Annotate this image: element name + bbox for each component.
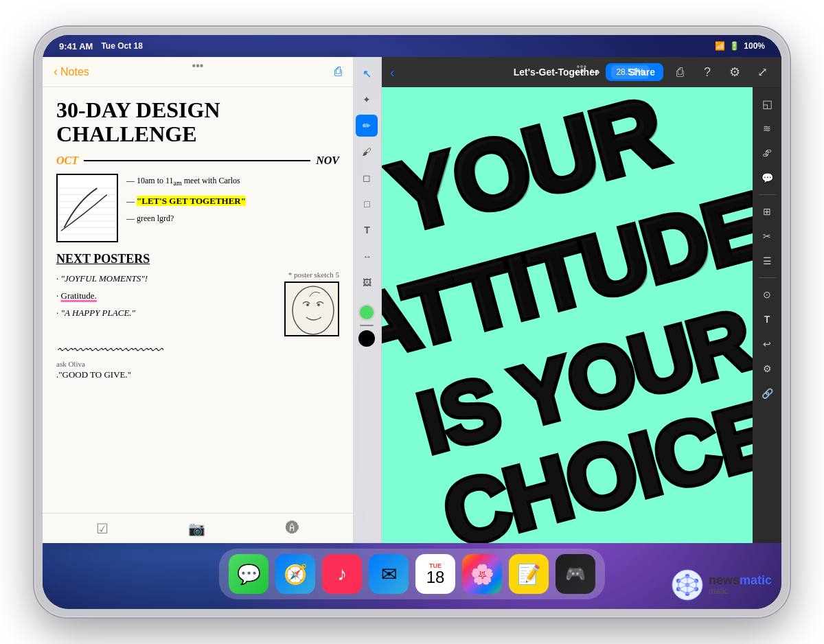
notes-back-button[interactable]: ‹ Notes [54, 65, 89, 79]
status-bar: 9:41 AM Tue Oct 18 📶 🔋 100% [43, 35, 781, 57]
highlighted-text: "LET'S GET TOGETHER" [137, 196, 246, 206]
text-tool[interactable]: T [356, 219, 378, 241]
battery-percent: 100% [744, 41, 765, 51]
markup-icon[interactable]: 🅐 [286, 520, 299, 536]
note-nov-label: NOV [316, 154, 339, 167]
crop-tool[interactable]: ↔ [356, 245, 378, 267]
brush-tool[interactable]: 🖌 [356, 141, 378, 163]
help-button[interactable]: ? [696, 61, 718, 83]
split-view-container: ••• ‹ Notes ⎙ 30-DAY DESIGN CHALLENGE [43, 57, 781, 543]
note-item-1: — 10am to 11am meet with Carlos [126, 174, 339, 189]
type-tool[interactable]: T [756, 308, 778, 330]
wifi-icon: 📶 [715, 41, 725, 51]
note-title: 30-DAY DESIGN CHALLENGE [56, 98, 339, 146]
poster-item-3: · "A HAPPY PLACE." [56, 305, 277, 322]
cut-tool[interactable]: ✂ [756, 225, 778, 247]
artwork-svg: YOUR ATTITUDE IS YOUR CHOICE YOUR ATTITU… [382, 87, 753, 543]
drawing-tools-sidebar: ↖ ✦ ✏ 🖌 ◻ □ T ↔ 🖼 [353, 57, 382, 543]
procreate-header-left: ‹ [390, 65, 395, 80]
note-text-items: — 10am to 11am meet with Carlos — "LET'S… [126, 174, 339, 242]
tools-divider [759, 194, 775, 195]
note-sketch-box [56, 174, 118, 242]
poster-sketch-label: * poster sketch 5 [288, 271, 339, 279]
battery-icon: 🔋 [729, 41, 740, 51]
procreate-zoom[interactable]: 28.51% [610, 65, 650, 79]
notes-share-icon[interactable]: ⎙ [334, 65, 342, 79]
link-tool[interactable]: 🔗 [756, 382, 778, 404]
safari-icon: 🧭 [284, 563, 308, 586]
procreate-three-dots[interactable]: ••• [577, 61, 587, 72]
photos-icon: 🌸 [470, 563, 494, 586]
color-picker-black[interactable] [358, 330, 375, 347]
note-item-3: — green lgrd? [126, 211, 339, 227]
camera-icon[interactable]: 📷 [188, 520, 205, 537]
filters-tool[interactable]: ≋ [756, 117, 778, 139]
focus-tool[interactable]: ⊙ [756, 284, 778, 306]
grid-tool[interactable]: ⊞ [756, 200, 778, 222]
notes-back-label: Notes [60, 66, 89, 78]
sketch-svg [58, 175, 117, 241]
svg-point-8 [293, 286, 334, 334]
note-item-2: — "LET'S GET TOGETHER" [126, 193, 339, 209]
note-section-title: NEXT POSTERS [56, 252, 339, 266]
dock-app-music[interactable]: ♪ [322, 554, 362, 594]
watermark: newsmatic matic [670, 568, 772, 602]
dock-app-photos[interactable]: 🌸 [462, 554, 502, 594]
layers-tool[interactable]: ◱ [756, 93, 778, 115]
procreate-right-tools: ◱ ≋ 🖇 💬 ⊞ ✂ ☰ ⊙ T ↩ ⚙ 🔗 [753, 87, 781, 543]
face-sketch-svg [286, 283, 339, 336]
checklist-icon[interactable]: ☑ [96, 520, 108, 537]
adjustments-tool[interactable]: 🖇 [756, 142, 778, 164]
watermark-brand: newsmatic [709, 574, 772, 586]
note-items-area: — 10am to 11am meet with Carlos — "LET'S… [56, 174, 339, 242]
gear-tool[interactable]: ⚙ [756, 358, 778, 380]
notes-toolbar: ☑ 📷 🅐 [43, 513, 353, 543]
dock-app-notes[interactable]: 📝 [509, 554, 549, 594]
shape-tool[interactable]: □ [356, 193, 378, 215]
notes-three-dots[interactable]: ••• [192, 60, 204, 72]
export-button[interactable]: ⎙ [669, 61, 691, 83]
poster-sketch-box [284, 281, 339, 336]
ask-oliva-label: ask Oliva [56, 360, 339, 368]
note-timeline: OCT NOV [56, 154, 339, 167]
procreate-app: ••• ‹ Let's-Get-Together 28.51% ↩ ↪ [382, 57, 781, 543]
procreate-back-button[interactable]: ‹ [390, 65, 395, 80]
image-tool[interactable]: 🖼 [356, 271, 378, 293]
music-icon: ♪ [337, 563, 347, 585]
poster-sketch-area: * poster sketch 5 [284, 271, 339, 336]
status-date: Tue Oct 18 [101, 41, 142, 51]
select-tool[interactable]: ↖ [356, 62, 378, 84]
tools-divider-2 [759, 277, 775, 278]
undo-history-tool[interactable]: ↩ [756, 333, 778, 355]
status-time: 9:41 AM [59, 41, 93, 51]
dock-app-safari[interactable]: 🧭 [275, 554, 315, 594]
newsmatic-logo [670, 568, 705, 602]
notes-dock-icon: 📝 [517, 563, 541, 586]
dock-app-mail[interactable]: ✉ [369, 554, 409, 594]
settings-button[interactable]: ⚙ [724, 61, 746, 83]
poster-item-1: · "JOYFUL MOMENTS"! [56, 271, 277, 288]
size-indicator [360, 325, 374, 326]
align-tool[interactable]: ☰ [756, 250, 778, 272]
poster-item-2: · Gratitude. [56, 288, 277, 305]
comments-tool[interactable]: 💬 [756, 167, 778, 189]
pen-tool[interactable]: ✏ [356, 115, 378, 137]
dock-app-calendar[interactable]: TUE 18 [415, 554, 455, 594]
ipad-screen: 9:41 AM Tue Oct 18 📶 🔋 100% ••• ‹ Notes [43, 35, 781, 609]
eraser-tool[interactable]: ◻ [356, 167, 378, 189]
good-to-give-label: ."GOOD TO GIVE." [56, 369, 339, 380]
dock-app-messages[interactable]: 💬 [229, 554, 268, 594]
dock-app-arcade[interactable]: 🎮 [556, 554, 595, 594]
messages-icon: 💬 [237, 563, 261, 586]
next-posters-area: · "JOYFUL MOMENTS"! · Gratitude. · "A HA… [56, 271, 339, 336]
svg-point-10 [317, 303, 320, 306]
transform-tool[interactable]: ✦ [356, 89, 378, 111]
calendar-day-number: 18 [426, 569, 445, 586]
procreate-canvas: YOUR ATTITUDE IS YOUR CHOICE YOUR ATTITU… [382, 87, 753, 543]
notes-content: 30-DAY DESIGN CHALLENGE OCT NOV [43, 87, 353, 513]
note-oct-label: OCT [56, 154, 78, 167]
transform-mode-button[interactable]: ⤢ [751, 61, 773, 83]
notes-action-buttons: ⎙ [334, 65, 342, 79]
color-picker-green[interactable] [358, 304, 375, 321]
svg-point-9 [306, 303, 309, 306]
